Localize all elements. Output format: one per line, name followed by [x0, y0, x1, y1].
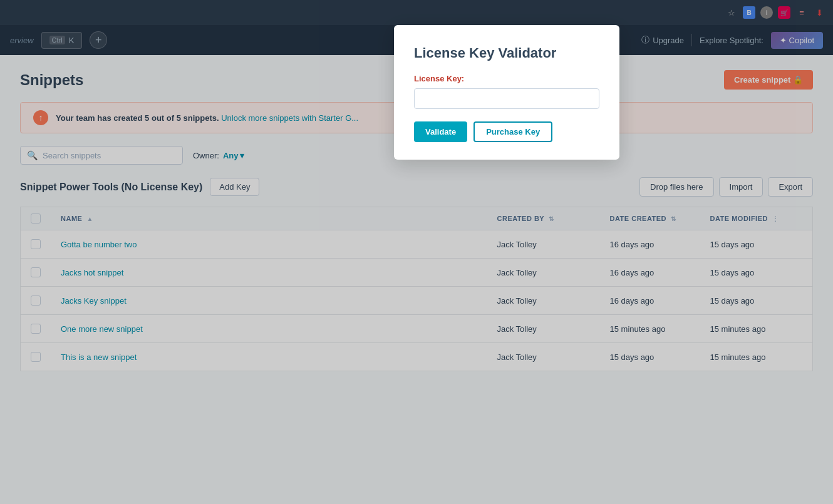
modal-buttons: Validate Purchase Key — [414, 121, 599, 142]
validate-button[interactable]: Validate — [414, 121, 467, 142]
modal-title: License Key Validator — [414, 45, 599, 61]
license-key-modal: License Key Validator License Key: Valid… — [394, 25, 619, 160]
modal-label: License Key: — [414, 74, 599, 83]
purchase-key-button[interactable]: Purchase Key — [473, 121, 552, 142]
license-key-input[interactable] — [414, 88, 599, 109]
